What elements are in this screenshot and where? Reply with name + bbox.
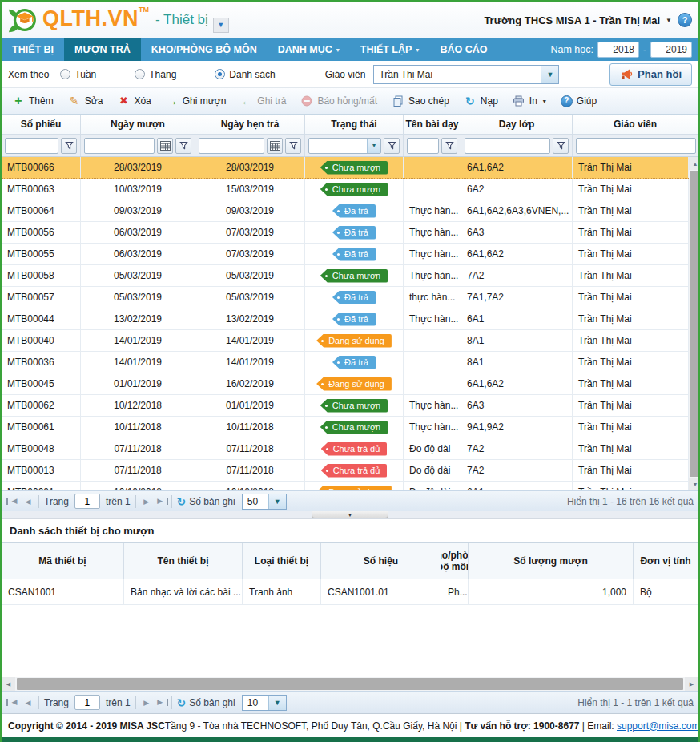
filter-input-2[interactable] [199,138,264,154]
logo[interactable]: QLTH.VNTM [8,5,149,35]
detail-column-header-4[interactable]: Kho/phòng bộ môn [441,543,469,579]
table-row[interactable]: MTB0004501/01/201916/02/2019Đang sử dụng… [2,373,689,395]
table-row[interactable]: MTB0005506/03/201907/03/2019Đã trảThực h… [2,244,689,265]
view-option-0[interactable]: Tuần [60,69,96,80]
year-to-input[interactable] [650,42,692,58]
page-number-input[interactable] [74,494,100,509]
column-header-3[interactable]: Trạng thái [305,115,404,134]
filter-input-4[interactable] [407,138,439,154]
last-page-button[interactable]: ▶ [154,498,168,505]
nav-item-3[interactable]: DANH MỤC▾ [268,38,350,61]
column-header-1[interactable]: Ngày mượn [81,115,195,134]
footer-email-link[interactable]: support@misa.com.vn [617,720,698,732]
filter-funnel-icon[interactable] [441,138,457,154]
filter-funnel-icon[interactable] [285,138,301,154]
view-option-1[interactable]: Tháng [135,69,176,80]
detail-next-page-button[interactable]: ▶ [139,696,154,710]
vertical-scroll-thumb[interactable] [690,171,698,477]
toolbar-button-8[interactable]: In▾ [505,91,553,111]
filter-funnel-icon[interactable] [553,138,569,154]
column-header-6[interactable]: Giáo viên [573,115,698,134]
filter-input-0[interactable] [5,138,58,154]
detail-column-header-3[interactable]: Số hiệu [321,543,441,579]
teacher-select-arrow-icon[interactable]: ▼ [541,66,558,83]
view-option-2[interactable]: Danh sách [215,69,275,80]
filter-input-5[interactable] [465,138,550,154]
detail-page-number-input[interactable] [74,695,100,710]
nav-item-0[interactable]: THIẾT BỊ [2,38,64,61]
scroll-right-icon[interactable]: ▶ [685,677,698,691]
vertical-scrollbar[interactable]: ▲ ▼ [689,157,698,490]
refresh-icon[interactable]: ↻ [177,495,187,508]
filter-funnel-icon[interactable] [61,138,77,154]
table-row[interactable]: MTB0004413/02/201913/02/2019Đã trảThực h… [2,308,689,330]
table-row[interactable]: MTB0005606/03/201907/03/2019Đã trảThực h… [2,222,689,244]
toolbar-button-1[interactable]: ✎Sửa [61,91,111,111]
detail-first-page-button[interactable]: ◀ [6,699,21,706]
toolbar-button-6[interactable]: Sao chép [384,91,457,111]
calendar-icon[interactable] [267,138,283,154]
scroll-left-icon[interactable]: ◀ [2,677,15,691]
records-per-page-select[interactable]: 50 ▼ [242,494,287,510]
filter-input-6[interactable] [576,138,696,154]
toolbar-button-2[interactable]: ✖Xóa [110,91,158,111]
nav-item-5[interactable]: BÁO CÁO [429,38,497,61]
detail-column-header-0[interactable]: Mã thiết bị [2,543,124,579]
table-row[interactable]: MTB0004014/01/201914/01/2019Đang sử dụng… [2,330,689,352]
help-icon[interactable]: ? [678,13,692,27]
filter-funnel-icon[interactable] [175,138,191,154]
teacher-select[interactable]: Trần Thị Mai ▼ [373,65,559,84]
table-row[interactable]: MTB0006409/03/201909/03/2019Đã trảThực h… [2,200,689,222]
detail-records-per-page-select[interactable]: 10 ▼ [242,695,287,711]
school-user-name[interactable]: Trường THCS MISA 1 - Trần Thị Mai [484,14,660,26]
column-header-0[interactable]: Số phiếu [2,115,81,134]
next-page-button[interactable]: ▶ [139,494,154,509]
table-row[interactable]: MTB0005805/03/201905/03/2019Chưa mượnThự… [2,265,689,287]
filter-funnel-icon[interactable] [384,138,400,154]
table-row[interactable]: MTB0000110/10/201810/10/2018Đang sử dụng… [2,482,689,490]
table-row[interactable]: MTB0003614/01/201914/01/2019Đã trả8A1Trầ… [2,352,689,373]
calendar-icon[interactable] [157,138,173,154]
detail-column-header-1[interactable]: Tên thiết bị [124,543,243,579]
table-row[interactable]: MTB0006210/12/201801/01/2019Chưa mượnThự… [2,395,689,417]
status-filter-select[interactable]: ▾ [308,138,381,154]
horizontal-scrollbar[interactable]: ◀ ▶ [2,677,698,691]
nav-item-4[interactable]: THIẾT LẬP▾ [350,38,430,61]
detail-records-select-arrow-icon[interactable]: ▼ [268,696,286,710]
toolbar-button-3[interactable]: →Ghi mượn [159,91,234,111]
table-row[interactable]: MTB0006628/03/201928/03/2019Chưa mượn6A1… [2,157,689,179]
table-row[interactable]: MTB0006310/03/201915/03/2019Chưa mượn6A2… [2,179,689,200]
nav-item-1[interactable]: MƯỢN TRẢ [64,38,141,61]
nav-item-2[interactable]: KHO/PHÒNG BỘ MÔN [141,38,268,61]
splitter-collapse-handle[interactable]: ▼ [312,511,388,518]
scroll-down-icon[interactable]: ▼ [689,478,698,490]
column-header-4[interactable]: Tên bài dạy [404,115,461,134]
user-caret-icon[interactable]: ▼ [666,17,672,24]
cell-ngay-muon: 13/02/2019 [81,308,195,329]
table-row[interactable]: MTB0006110/11/201810/11/2018Chưa mượnThự… [2,417,689,438]
detail-refresh-icon[interactable]: ↻ [177,696,187,709]
table-row[interactable]: MTB0004807/11/201807/11/2018Chưa trả đủĐ… [2,438,689,460]
column-header-5[interactable]: Dạy lớp [461,115,573,134]
toolbar-button-9[interactable]: ?Giúp [553,91,604,111]
column-header-2[interactable]: Ngày hẹn trả [195,115,305,134]
detail-column-header-6[interactable]: Đơn vị tính [634,543,698,579]
module-dropdown-button[interactable]: ▼ [213,18,229,33]
prev-page-button[interactable]: ◀ [21,494,35,509]
table-row[interactable]: MTB0001307/11/201807/11/2018Chưa trả đủĐ… [2,460,689,482]
table-row[interactable]: MTB0005705/03/201905/03/2019Đã trảthực h… [2,287,689,308]
records-select-arrow-icon[interactable]: ▼ [268,494,286,509]
first-page-button[interactable]: ◀ [6,498,21,505]
detail-table-row[interactable]: CSAN1001Bản nhạc và lời các bài ...Tranh… [2,579,698,605]
scroll-up-icon[interactable]: ▲ [689,157,698,170]
year-from-input[interactable] [597,42,639,58]
detail-last-page-button[interactable]: ▶ [154,699,168,706]
toolbar-button-0[interactable]: +Thêm [5,91,61,111]
filter-input-1[interactable] [84,138,155,154]
detail-column-header-5[interactable]: Số lượng mượn [469,543,634,579]
feedback-button[interactable]: Phản hồi [609,63,692,86]
toolbar-button-7[interactable]: ↻Nạp [457,91,505,111]
detail-prev-page-button[interactable]: ◀ [21,696,35,710]
horizontal-scroll-thumb[interactable] [17,678,683,690]
detail-column-header-2[interactable]: Loại thiết bị [243,543,321,579]
